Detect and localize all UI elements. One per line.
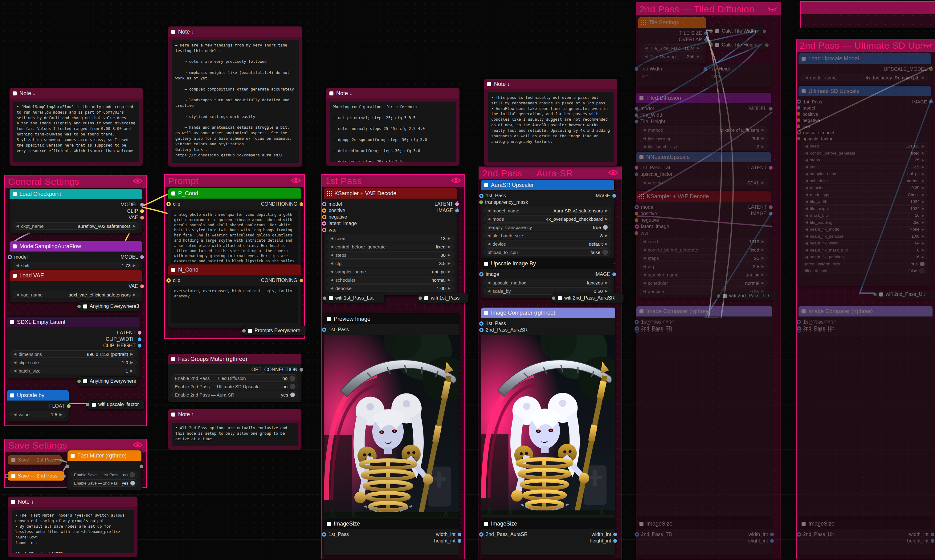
output-dot[interactable]: [763, 29, 766, 33]
increment-arrow[interactable]: ▶: [762, 239, 764, 243]
widget-steps[interactable]: ◀steps25▶: [639, 254, 768, 262]
increment-arrow[interactable]: ▶: [922, 172, 924, 176]
note-text[interactable]: • 'ModelSamplingAuraFlow' is the only no…: [13, 102, 139, 162]
widget-sampler-name[interactable]: ◀sampler_nameuni_pc▶: [802, 171, 928, 177]
increment-arrow[interactable]: ▶: [130, 352, 133, 356]
image-comparer-aurasr[interactable]: Image Comparer (rgthree)1st_Pass2nd_Pass…: [481, 307, 616, 518]
eye-open-icon[interactable]: [608, 169, 619, 177]
decrement-arrow[interactable]: ◀: [805, 172, 808, 176]
widget-offload-to-cpu[interactable]: offload_to_cpufalse: [484, 248, 611, 256]
output-slot-dot[interactable]: [458, 539, 461, 543]
p-cond[interactable]: P_CondclipCONDITIONINGanalog photo with …: [168, 188, 302, 272]
increment-arrow[interactable]: ▶: [922, 75, 924, 80]
decrement-arrow[interactable]: ◀: [805, 200, 808, 204]
increment-arrow[interactable]: ▶: [762, 272, 764, 277]
widget-tile-size-max[interactable]: ◀Tile_Size_Max1024▶: [641, 44, 703, 52]
output-slot-dot[interactable]: [769, 107, 773, 111]
collapse-icon[interactable]: [12, 245, 17, 248]
input-slot[interactable]: 2nd_Pass_AuraSR: [479, 327, 528, 333]
node-header[interactable]: Image Comparer (rgthree): [798, 306, 932, 317]
increment-arrow[interactable]: ▶: [697, 54, 700, 58]
output-slot[interactable]: width_int: [907, 531, 934, 537]
input-slot-dot[interactable]: [479, 532, 483, 537]
input-slot[interactable]: clip: [167, 201, 180, 207]
grid-icon[interactable]: [641, 20, 646, 25]
input-slot[interactable]: 2nd_Pass_TD: [634, 531, 672, 537]
input-slot-dot[interactable]: [322, 328, 326, 332]
decrement-arrow[interactable]: ◀: [805, 165, 808, 169]
collapse-icon[interactable]: [639, 309, 643, 314]
widget-control-before-generate[interactable]: ◀control_before_generatefixed▶: [327, 243, 454, 250]
node-header[interactable]: ModelSamplingAuraFlow: [9, 241, 142, 252]
increment-arrow[interactable]: ▶: [448, 286, 451, 290]
output-slot[interactable]: width_int: [434, 531, 461, 537]
collapse-icon[interactable]: [558, 296, 562, 300]
input-slot[interactable]: vae: [322, 226, 357, 233]
input-dot[interactable]: [873, 293, 877, 296]
widget-model-name[interactable]: ◀model_nameAura-SR-v2.safetensors▶: [484, 207, 611, 214]
input-slot[interactable]: latent_image: [322, 220, 357, 226]
input-slot[interactable]: positive: [797, 111, 834, 117]
grid-icon[interactable]: [639, 194, 644, 199]
increment-arrow[interactable]: ▶: [605, 280, 608, 285]
collapse-icon[interactable]: [11, 500, 15, 504]
increment-arrow[interactable]: ▶: [922, 186, 924, 190]
input-slot-dot[interactable]: [634, 205, 639, 209]
input-slot-dot[interactable]: [479, 272, 483, 277]
input-dot[interactable]: [77, 380, 81, 383]
widget-seam-fix-width[interactable]: ◀seam_fix_width64▶: [802, 240, 928, 246]
output-slot-dot[interactable]: [299, 368, 303, 372]
grid-icon[interactable]: [327, 191, 332, 196]
save-2nd-pass[interactable]: Save — 2nd Pass: [8, 471, 65, 481]
aurasr-upscaler[interactable]: AuraSR Upscaler1st_Passtransparency_mask…: [481, 180, 614, 260]
output-slot[interactable]: IMAGE: [594, 271, 616, 277]
widget-force-uniform-tiles[interactable]: force_uniform_tilestrue: [802, 261, 928, 267]
input-slot-dot[interactable]: [797, 532, 801, 537]
widget-tile-height[interactable]: ◀tile_height1024▶: [802, 205, 928, 211]
input-slot-dot[interactable]: [797, 106, 800, 109]
toggle-switch[interactable]: [920, 262, 924, 266]
note-findings[interactable]: Note ↓► Here are a few findings from my …: [168, 26, 302, 167]
toggle-switch[interactable]: [130, 472, 135, 477]
output-slot[interactable]: IMAGE: [912, 98, 933, 105]
output-slot-dot[interactable]: [931, 539, 934, 543]
decrement-arrow[interactable]: ◀: [16, 263, 19, 268]
toggle-switch[interactable]: [290, 392, 295, 397]
collapse-icon[interactable]: [329, 91, 333, 95]
input-slot[interactable]: 1st_PassPreview Image: [797, 318, 834, 325]
output-slot-dot[interactable]: [931, 532, 934, 536]
tile-width-display[interactable]: Tile Width928: [636, 63, 701, 88]
increment-arrow[interactable]: ▶: [922, 234, 924, 238]
output-dot[interactable]: [60, 458, 63, 462]
input-slot-dot[interactable]: [797, 100, 801, 104]
wifi-upscale-factor[interactable]: wifi upscale_factor: [87, 400, 145, 409]
node-header[interactable]: Image Comparer (rgthree): [636, 306, 772, 317]
widget-seam-fix-mode[interactable]: ◀seam_fix_modeNone▶: [802, 226, 928, 232]
decrement-arrow[interactable]: ◀: [330, 253, 333, 257]
widget-mode[interactable]: ◀mode4x_overlapped_checkboard▶: [484, 215, 611, 223]
input-slot-dot[interactable]: [322, 228, 326, 232]
output-slot[interactable]: height_int: [434, 537, 461, 544]
decrement-arrow[interactable]: ◀: [330, 269, 333, 274]
group-header[interactable]: 2nd Pass — Tiled Diffusion: [636, 3, 781, 15]
toggle-switch[interactable]: [919, 268, 924, 273]
input-slot-dot[interactable]: [634, 225, 639, 229]
output-slot-dot[interactable]: [769, 205, 773, 209]
decrement-arrow[interactable]: ◀: [488, 217, 490, 221]
output-slot-dot[interactable]: [140, 465, 143, 468]
node-header[interactable]: ImageSize: [636, 518, 772, 529]
increment-arrow[interactable]: ▶: [922, 144, 924, 148]
widget-scheduler[interactable]: ◀schedulernormal▶: [327, 276, 454, 283]
decrement-arrow[interactable]: ◀: [14, 360, 16, 365]
increment-arrow[interactable]: ▶: [922, 220, 924, 225]
input-slot[interactable]: vae: [797, 123, 834, 129]
widget-model-name[interactable]: ◀model_name4x_foolhardy_Remacri.pth▶: [802, 74, 928, 81]
decrement-arrow[interactable]: ◀: [643, 180, 646, 185]
increment-arrow[interactable]: ▶: [448, 245, 451, 249]
input-dot[interactable]: [323, 297, 326, 300]
node-header[interactable]: Load Checkpoint: [9, 189, 142, 199]
widget-tile-width[interactable]: ◀tile_width1024▶: [802, 198, 928, 205]
output-slot[interactable]: VAE: [120, 214, 144, 221]
decrement-arrow[interactable]: ◀: [643, 128, 646, 132]
input-slot-dot[interactable]: [322, 208, 326, 213]
